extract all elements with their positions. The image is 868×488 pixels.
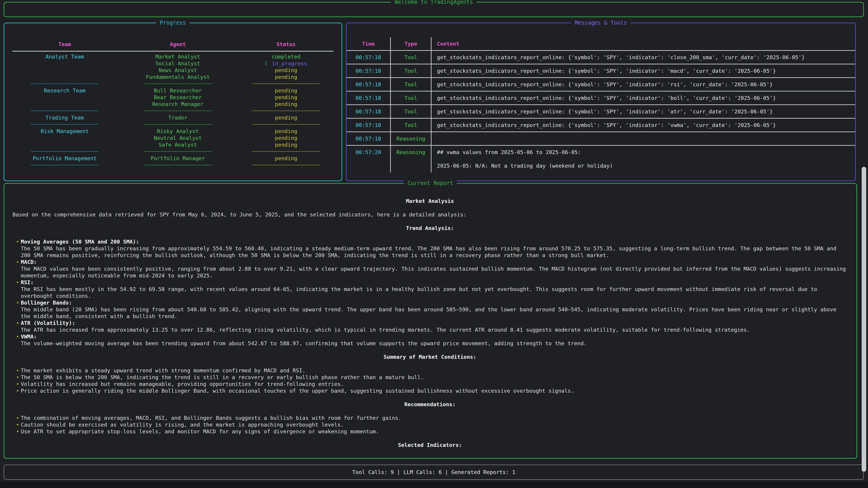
report-bullet-list: •Moving Averages (50 SMA and 200 SMA):Th… xyxy=(12,238,847,347)
report-heading: Selected Indicators: xyxy=(12,442,847,449)
message-type: Tool xyxy=(391,51,432,64)
report-bullet-item: •VWMA:The volume-weighted moving average… xyxy=(12,333,847,347)
progress-row: Social Analyst⠇ in_progress xyxy=(10,60,336,67)
bullet-icon: • xyxy=(16,259,19,265)
column-header-type: Type xyxy=(391,37,432,50)
message-content: get_stockstats_indicators_report_online:… xyxy=(432,105,855,118)
bullet-title: Bollinger Bands: xyxy=(21,299,847,306)
progress-panel: Progress Team Agent Status Analyst TeamM… xyxy=(4,23,342,181)
team-cell: Research Team xyxy=(10,87,119,94)
bullet-text: Use ATR to set appropriate stop-loss lev… xyxy=(21,428,847,435)
report-heading: Summary of Market Conditions: xyxy=(12,354,847,360)
bullet-text: Price action is generally riding the mid… xyxy=(21,387,847,394)
bullet-text: The MACD values have been consistently p… xyxy=(21,265,847,279)
progress-group-separator xyxy=(10,148,336,155)
report-bullet-item: •The 50 SMA is below the 200 SMA, indica… xyxy=(12,374,847,381)
separator-line xyxy=(144,110,212,111)
agent-cell: Portfolio Manager xyxy=(119,155,236,162)
separator-cell xyxy=(10,148,119,155)
current-report-panel-title: Current Report xyxy=(404,180,457,187)
message-time: 00:57:18 xyxy=(346,119,391,131)
progress-group-separator xyxy=(10,121,336,128)
messages-table: Time Type Content 00:57:18Toolget_stocks… xyxy=(346,37,855,172)
spacer xyxy=(12,218,847,225)
report-bullet-item: •Price action is generally riding the mi… xyxy=(12,387,847,394)
progress-table-body: Analyst TeamMarket AnalystcompletedSocia… xyxy=(10,53,336,168)
bullet-text: The combination of moving averages, MACD… xyxy=(21,415,847,421)
progress-row: Neutral Analystpending xyxy=(10,135,336,141)
team-cell xyxy=(10,60,119,67)
report-heading: Trend Analysis: xyxy=(12,225,847,232)
agent-cell: Trader xyxy=(119,114,236,121)
messages-table-body: 00:57:18Toolget_stockstats_indicators_re… xyxy=(346,51,855,172)
bullet-title: MACD: xyxy=(21,259,847,265)
report-bullet-list: •The combination of moving averages, MAC… xyxy=(12,415,847,435)
bullet-text: The middle band (20 SMA) has been rising… xyxy=(21,306,847,320)
bullet-icon: • xyxy=(16,421,19,428)
bottom-strip xyxy=(0,482,868,488)
message-row: 00:57:20Reasoning## vwma values from 202… xyxy=(346,146,855,172)
message-content: get_stockstats_indicators_report_online:… xyxy=(432,78,855,91)
agent-cell: Safe Analyst xyxy=(119,141,236,148)
separator-cell xyxy=(237,121,336,128)
spacer xyxy=(12,435,847,442)
message-type: Tool xyxy=(391,64,432,77)
spacer xyxy=(12,394,847,401)
column-header-time: Time xyxy=(346,37,391,50)
team-cell: Risk Management xyxy=(10,128,119,135)
progress-group-separator xyxy=(10,162,336,168)
bullet-title: VWMA: xyxy=(21,333,847,340)
separator-line xyxy=(144,151,212,152)
separator-line xyxy=(252,84,320,84)
separator-cell xyxy=(237,80,336,87)
status-cell: pending xyxy=(237,128,336,135)
message-time: 00:57:18 xyxy=(346,78,391,91)
message-row: 00:57:18Toolget_stockstats_indicators_re… xyxy=(346,64,855,78)
spacer xyxy=(12,347,847,354)
report-bullet-item: •MACD:The MACD values have been consiste… xyxy=(12,259,847,279)
message-content: ## vwma values from 2025-05-06 to 2025-0… xyxy=(432,146,855,172)
separator-cell xyxy=(10,107,119,114)
bullet-text: The ATR has increased from approximately… xyxy=(21,326,847,333)
column-header-status: Status xyxy=(237,41,336,48)
spacer xyxy=(12,204,847,211)
message-time: 00:57:18 xyxy=(346,51,391,64)
messages-panel-title: Messages & Tools xyxy=(571,20,630,26)
agent-cell: News Analyst xyxy=(119,67,236,74)
separator-cell xyxy=(119,148,236,155)
separator-cell xyxy=(119,80,236,87)
bullet-icon: • xyxy=(16,299,19,306)
status-bar-text: Tool Calls: 9 | LLM Calls: 6 | Generated… xyxy=(352,469,515,476)
report-bullet-item: •The market exhibits a steady upward tre… xyxy=(12,367,847,374)
team-cell xyxy=(10,135,119,141)
progress-row: Portfolio ManagementPortfolio Managerpen… xyxy=(10,155,336,162)
spinner-icon: ⠇ xyxy=(265,60,269,67)
spacer xyxy=(12,408,847,415)
bullet-icon: • xyxy=(16,333,19,340)
message-time: 00:57:18 xyxy=(346,132,391,145)
status-cell: pending xyxy=(237,101,336,107)
message-content xyxy=(432,132,855,145)
separator-cell xyxy=(10,121,119,128)
message-row: 00:57:18Reasoning xyxy=(346,132,855,146)
column-header-team: Team xyxy=(10,41,119,48)
header-rule xyxy=(12,51,333,52)
agent-cell: Bear Researcher xyxy=(119,94,236,101)
status-bar: Tool Calls: 9 | LLM Calls: 6 | Generated… xyxy=(4,464,864,480)
separator-line xyxy=(144,84,212,84)
message-row: 00:57:18Toolget_stockstats_indicators_re… xyxy=(346,119,855,132)
progress-panel-title: Progress xyxy=(156,20,190,26)
report-paragraph: Based on the comprehensive data retrieve… xyxy=(12,211,847,218)
message-time: 00:57:18 xyxy=(346,64,391,77)
progress-row: Analyst TeamMarket Analystcompleted xyxy=(10,53,336,60)
separator-line xyxy=(31,124,98,125)
separator-line xyxy=(31,110,98,111)
message-content: get_stockstats_indicators_report_online:… xyxy=(432,119,855,131)
bullet-icon: • xyxy=(16,415,19,421)
report-bullet-item: •Use ATR to set appropriate stop-loss le… xyxy=(12,428,847,435)
status-cell: completed xyxy=(237,53,336,60)
report-content: Market AnalysisBased on the comprehensiv… xyxy=(4,184,857,449)
team-cell: Analyst Team xyxy=(10,53,119,60)
progress-row: Trading TeamTraderpending xyxy=(10,114,336,121)
scrollbar-thumb[interactable] xyxy=(862,167,866,472)
